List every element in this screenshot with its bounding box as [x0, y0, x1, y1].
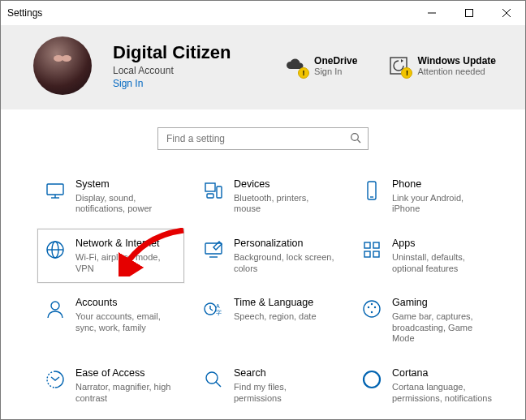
- windows-update-shortcut[interactable]: ! Windows Update Attention needed: [388, 55, 496, 76]
- svg-rect-12: [217, 186, 222, 198]
- accounts-icon: [45, 298, 66, 319]
- category-apps[interactable]: AppsUninstall, defaults, optional featur…: [354, 229, 501, 283]
- category-title: System: [75, 178, 177, 191]
- svg-rect-7: [47, 184, 63, 195]
- search-icon: [350, 132, 361, 146]
- category-sub: Uninstall, defaults, optional features: [392, 252, 494, 275]
- category-ease[interactable]: Ease of AccessNarrator, magnifier, high …: [37, 358, 184, 413]
- svg-rect-23: [373, 251, 379, 257]
- titlebar: Settings: [1, 1, 525, 25]
- category-network[interactable]: Network & InternetWi-Fi, airplane mode, …: [37, 229, 184, 283]
- warning-badge-icon: !: [401, 67, 412, 79]
- warning-badge-icon: !: [298, 67, 309, 79]
- svg-text:A: A: [216, 303, 220, 309]
- update-sub: Attention needed: [417, 66, 496, 76]
- category-phone[interactable]: PhoneLink your Android, iPhone: [354, 169, 501, 224]
- svg-point-35: [206, 372, 218, 384]
- time-icon: A字: [203, 298, 224, 319]
- personalize-icon: [203, 239, 224, 260]
- devices-icon: [203, 180, 224, 201]
- category-title: Apps: [392, 238, 494, 251]
- gaming-icon: [361, 298, 382, 319]
- svg-point-32: [374, 306, 376, 308]
- svg-rect-21: [373, 242, 379, 248]
- svg-point-37: [364, 371, 380, 388]
- onedrive-title: OneDrive: [314, 55, 357, 66]
- category-title: Ease of Access: [75, 367, 177, 380]
- category-cortana[interactable]: CortanaCortana language, permissions, no…: [354, 358, 501, 413]
- network-icon: [45, 239, 66, 260]
- search-icon: [203, 369, 224, 390]
- category-title: Phone: [392, 178, 494, 191]
- maximize-button[interactable]: [451, 1, 488, 25]
- svg-rect-1: [466, 10, 473, 17]
- system-icon: [45, 180, 66, 201]
- category-sub: Find my files, permissions: [234, 382, 335, 405]
- svg-rect-22: [364, 251, 370, 257]
- svg-rect-11: [207, 194, 213, 198]
- category-title: Gaming: [392, 297, 494, 310]
- user-block: Digital Citizen Local Account Sign In: [113, 42, 251, 88]
- svg-text:字: 字: [216, 310, 222, 315]
- category-title: Search: [234, 367, 335, 380]
- onedrive-shortcut[interactable]: ! OneDrive Sign In: [285, 55, 357, 76]
- update-title: Windows Update: [417, 55, 496, 66]
- account-header: Digital Citizen Local Account Sign In ! …: [1, 25, 525, 109]
- svg-line-27: [210, 309, 213, 311]
- settings-window: Settings Digital Citizen Local Account S…: [0, 0, 526, 420]
- category-title: Network & Internet: [75, 238, 177, 251]
- category-accounts[interactable]: AccountsYour accounts, email, sync, work…: [37, 288, 184, 354]
- window-title: Settings: [7, 7, 42, 19]
- search-row: [1, 109, 525, 155]
- category-sub: Game bar, captures, broadcasting, Game M…: [392, 311, 494, 345]
- category-devices[interactable]: DevicesBluetooth, printers, mouse: [196, 169, 343, 224]
- category-title: Devices: [234, 178, 335, 191]
- apps-icon: [361, 239, 382, 260]
- category-personalize[interactable]: PersonalizationBackground, lock screen, …: [196, 229, 343, 283]
- onedrive-icon: !: [285, 55, 306, 76]
- ease-icon: [45, 369, 66, 390]
- minimize-button[interactable]: [413, 1, 451, 25]
- svg-line-36: [216, 382, 221, 387]
- phone-icon: [361, 180, 382, 201]
- svg-point-34: [371, 303, 373, 305]
- category-title: Personalization: [234, 238, 335, 251]
- category-sub: Cortana language, permissions, notificat…: [392, 382, 494, 405]
- category-title: Accounts: [75, 297, 177, 310]
- svg-point-24: [51, 302, 59, 310]
- svg-point-33: [371, 311, 373, 313]
- update-icon: !: [388, 55, 409, 76]
- category-title: Time & Language: [234, 297, 317, 310]
- category-sub: Narrator, magnifier, high contrast: [75, 382, 177, 405]
- svg-point-5: [351, 133, 359, 140]
- category-sub: Speech, region, date: [234, 311, 317, 323]
- svg-rect-20: [364, 242, 370, 248]
- category-sub: Display, sound, notifications, power: [75, 193, 177, 216]
- account-type-label: Local Account: [113, 65, 251, 76]
- category-sub: Link your Android, iPhone: [392, 193, 494, 216]
- cortana-icon: [361, 369, 382, 390]
- svg-rect-10: [205, 183, 215, 191]
- user-avatar[interactable]: [33, 36, 92, 95]
- settings-categories: SystemDisplay, sound, notifications, pow…: [1, 155, 525, 420]
- signin-link[interactable]: Sign In: [113, 78, 251, 89]
- close-button[interactable]: [488, 1, 525, 25]
- category-gaming[interactable]: GamingGame bar, captures, broadcasting, …: [354, 288, 501, 354]
- search-box[interactable]: [157, 127, 369, 150]
- category-search[interactable]: SearchFind my files, permissions: [196, 358, 343, 413]
- category-sub: Your accounts, email, sync, work, family: [75, 311, 177, 334]
- svg-line-6: [358, 139, 361, 143]
- user-name: Digital Citizen: [113, 42, 251, 62]
- category-system[interactable]: SystemDisplay, sound, notifications, pow…: [37, 169, 184, 224]
- search-input[interactable]: [165, 132, 350, 145]
- category-time[interactable]: A字Time & LanguageSpeech, region, date: [196, 288, 343, 354]
- category-sub: Background, lock screen, colors: [234, 252, 335, 275]
- svg-point-31: [368, 306, 369, 308]
- svg-rect-18: [205, 243, 222, 254]
- category-sub: Bluetooth, printers, mouse: [234, 193, 335, 216]
- onedrive-sub: Sign In: [314, 66, 357, 76]
- category-title: Cortana: [392, 367, 494, 380]
- category-sub: Wi-Fi, airplane mode, VPN: [75, 252, 177, 275]
